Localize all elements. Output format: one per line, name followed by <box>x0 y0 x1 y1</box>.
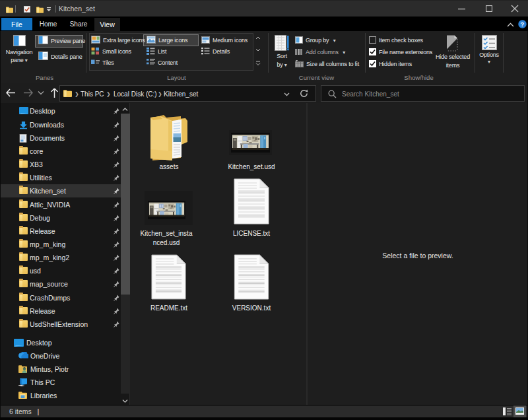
svg-text:?: ? <box>521 20 525 28</box>
